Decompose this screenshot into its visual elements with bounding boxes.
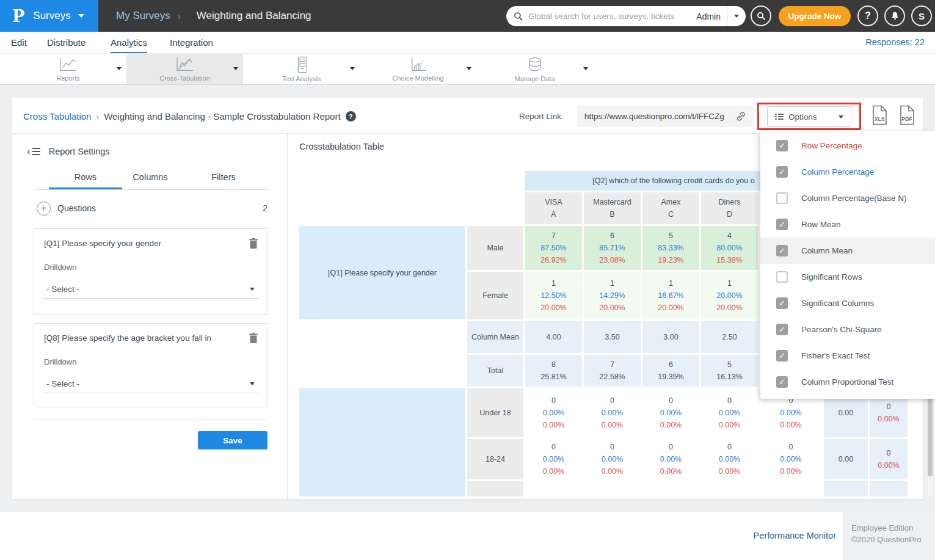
cell: 00.00%0.00% — [701, 388, 758, 437]
col-header-visa: VISAA — [525, 192, 582, 224]
global-search-input[interactable] — [528, 12, 693, 21]
chevron-down-icon[interactable] — [350, 67, 355, 70]
option-column-proportional-test[interactable]: ✓ Column Proportional Test — [760, 369, 935, 395]
cell: 685.71%23.08% — [584, 226, 641, 270]
option-column-percentage[interactable]: ✓ Column Percentage — [760, 159, 935, 185]
drilldown-select[interactable]: - Select - — [43, 280, 258, 299]
checkbox-checked-icon[interactable]: ✓ — [776, 245, 788, 256]
spacer-cell — [299, 192, 523, 224]
option-fishers-exact-test[interactable]: ✓ Fisher's Exact Test — [760, 343, 935, 369]
help-button[interactable]: ? — [857, 5, 878, 26]
product-label: Surveys — [33, 10, 70, 22]
row-label-total: Total — [467, 355, 523, 387]
link-icon[interactable] — [735, 111, 747, 122]
save-button[interactable]: Save — [198, 431, 267, 449]
question-card-q8: [Q8] Please specify the age bracket you … — [34, 323, 267, 407]
nav-distribute[interactable]: Distribute — [47, 32, 85, 53]
options-button[interactable]: Options — [767, 106, 851, 127]
option-row-percentage[interactable]: ✓ Row Percentage — [760, 133, 935, 159]
cross-tabulation-link[interactable]: Cross Tabulation — [23, 111, 91, 122]
search-scope-dropdown[interactable] — [727, 6, 746, 26]
upgrade-now-button[interactable]: Upgrade Now — [779, 6, 851, 26]
drilldown-select[interactable]: - Select - — [43, 375, 258, 393]
report-link-field[interactable]: https://www.questionpro.com/t/lFFCZg — [577, 106, 753, 127]
nav-integration[interactable]: Integration — [170, 32, 213, 53]
crosstab-title: Crosstabulation Table — [299, 142, 384, 151]
tool-manage-data[interactable]: Manage Data — [476, 54, 593, 84]
option-label: Column Percentage — [801, 167, 874, 176]
chevron-down-icon[interactable] — [583, 67, 588, 70]
option-pearsons-chi-square[interactable]: ✓ Pearson's Chi-Square — [760, 316, 935, 343]
checkbox-unchecked-icon[interactable] — [776, 192, 788, 204]
checkbox-checked-icon[interactable]: ✓ — [776, 166, 788, 178]
nav-edit[interactable]: Edit — [11, 32, 27, 53]
tool-label: Text Analysis — [282, 75, 321, 82]
breadcrumb-separator: › — [178, 11, 181, 21]
search-scope-label[interactable]: Admin — [693, 12, 727, 21]
nav-analytics[interactable]: Analytics — [111, 32, 147, 53]
report-link-url[interactable]: https://www.questionpro.com/t/lFFCZg — [584, 112, 724, 121]
option-label: Row Percentage — [801, 141, 862, 150]
tab-filters[interactable]: Filters — [187, 172, 260, 189]
add-question-button[interactable]: + — [37, 202, 51, 216]
tool-label: Cross-Tabulation — [159, 75, 210, 82]
delete-question-icon[interactable] — [249, 238, 258, 249]
report-help-icon[interactable]: ? — [346, 111, 356, 122]
checkbox-checked-icon[interactable]: ✓ — [776, 219, 788, 230]
cell: 787.50%26.92% — [525, 226, 582, 270]
checkbox-checked-icon[interactable]: ✓ — [776, 324, 788, 335]
cell: 3.00 — [642, 321, 699, 353]
export-pdf-icon[interactable]: PDF — [899, 105, 915, 125]
performance-monitor-link[interactable]: Performance Monitor — [754, 531, 836, 540]
user-avatar[interactable]: S — [911, 5, 932, 26]
tab-rows[interactable]: Rows — [49, 172, 122, 189]
cell: 00.00%0.00% — [642, 439, 699, 479]
option-label: Column Mean — [801, 246, 853, 255]
export-xls-icon[interactable]: XLS — [871, 105, 888, 125]
tool-cross-tabulation[interactable]: Cross-Tabulation — [126, 54, 243, 84]
search-submit-button[interactable] — [751, 5, 771, 26]
tool-label: Manage Data — [514, 75, 555, 82]
tool-text-analysis[interactable]: Text Analysis — [243, 54, 360, 84]
plus-icon: + — [41, 203, 46, 214]
option-label: Significant Columns — [801, 299, 874, 308]
option-significant-columns[interactable]: ✓ Significant Columns — [760, 290, 935, 316]
checkbox-checked-icon[interactable]: ✓ — [776, 350, 788, 362]
product-menu[interactable]: P Surveys — [0, 0, 98, 32]
tool-choice-modelling[interactable]: Choice Modelling — [360, 54, 476, 84]
tool-reports[interactable]: Reports — [10, 54, 126, 84]
chevron-down-icon[interactable] — [117, 67, 122, 70]
chevron-down-icon[interactable] — [233, 67, 238, 70]
tab-columns[interactable]: Columns — [114, 172, 187, 189]
cell: 00.00%0.00% — [642, 388, 699, 437]
option-column-mean[interactable]: ✓ Column Mean — [760, 238, 935, 264]
questions-count: 2 — [263, 203, 267, 213]
cell: 00.00%0.00% — [525, 388, 582, 437]
cell: 583.33%19.23% — [642, 226, 699, 270]
option-column-percentage-base-n[interactable]: Column Percentage(Base N) — [760, 185, 935, 211]
cell: 120.00%20.00% — [701, 272, 758, 319]
chevron-down-icon — [250, 382, 255, 385]
notifications-button[interactable] — [884, 5, 905, 26]
cell: 112.50%20.00% — [525, 272, 582, 319]
collapse-settings-icon[interactable]: ‹ — [27, 147, 40, 156]
checkbox-unchecked-icon[interactable] — [776, 271, 788, 283]
option-row-mean[interactable]: ✓ Row Mean — [760, 211, 935, 238]
cell: 480.00%15.38% — [701, 226, 758, 270]
cell: 00.00%0.00% — [584, 439, 641, 479]
checkbox-checked-icon[interactable]: ✓ — [776, 140, 788, 151]
checkbox-checked-icon[interactable]: ✓ — [776, 376, 788, 388]
options-dropdown-menu: ✓ Row Percentage ✓ Column Percentage Col… — [760, 131, 935, 399]
delete-question-icon[interactable] — [249, 332, 258, 344]
col-header-mastercard: MastercardB — [584, 192, 641, 224]
cell — [584, 481, 641, 496]
checkbox-checked-icon[interactable]: ✓ — [776, 297, 788, 309]
option-significant-rows[interactable]: Significant Rows — [760, 264, 935, 290]
row-mean-cell — [824, 481, 868, 496]
chevron-down-icon[interactable] — [467, 67, 471, 70]
option-label: Fisher's Exact Test — [801, 351, 870, 360]
question-text: [Q1] Please specify your gender — [44, 239, 242, 248]
breadcrumb-my-surveys-link[interactable]: My Surveys — [116, 10, 170, 22]
avatar-initial: S — [919, 11, 925, 21]
cell: 00.00%0.00% — [701, 439, 758, 479]
